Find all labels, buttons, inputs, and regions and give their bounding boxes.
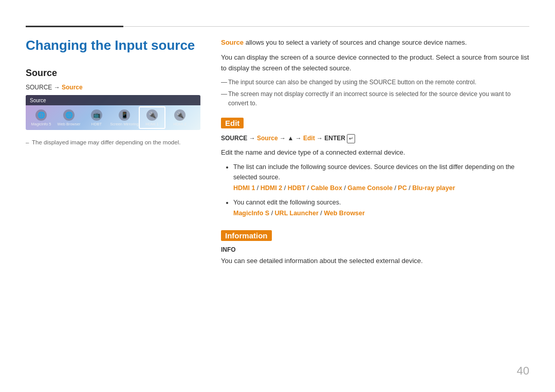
edit-cmd-source: SOURCE [221, 135, 247, 142]
intro-text-2: You can display the screen of a source d… [221, 52, 529, 74]
edit-cmd-arr3: → [295, 135, 303, 142]
hdmi1-icon: 🔌 [146, 109, 158, 121]
link-hdmi2[interactable]: HDMI 2 [261, 184, 282, 192]
intro-source-link[interactable]: Source [221, 39, 244, 46]
sep7: / [271, 210, 275, 217]
edit-bullet-1: The list can include the following sourc… [233, 162, 529, 194]
edit-cmd-up: ▲ [287, 135, 293, 142]
link-cablebox[interactable]: Cable Box [311, 184, 342, 192]
edit-cmd-arr2: → [280, 135, 287, 142]
left-column: Changing the Input source Source SOURCE … [26, 38, 200, 371]
info-cmd: INFO [221, 246, 529, 253]
edit-highlight: Edit [221, 118, 244, 128]
source-icons-row: 🌐 MagicInfo 5 🌐 Web Browser 📺 HDBT 📱 Scr… [26, 105, 200, 130]
rule-dark [26, 26, 123, 27]
link-hdbt[interactable]: HDBT [288, 184, 306, 192]
edit-bullet-list: The list can include the following sourc… [221, 162, 529, 219]
edit-cmd-edit-link[interactable]: Edit [303, 135, 315, 142]
edit-bullet-1-links: HDMI 1 / HDMI 2 / HDBT / Cable Box / Gam… [233, 184, 455, 192]
sep3: / [307, 184, 311, 192]
info-section: Information INFO You can see detailed in… [221, 223, 529, 267]
edit-cmd-source-link[interactable]: Source [257, 135, 278, 142]
src-icon-hdmi2[interactable]: 🔌 HDMI 2 [166, 106, 193, 129]
sep2: / [284, 184, 288, 192]
info-body-text: You can see detailed information about t… [221, 256, 529, 267]
source-screenshot: Source 🌐 MagicInfo 5 🌐 Web Browser 📺 HDB… [26, 95, 200, 130]
src-icon-screen-mirroring[interactable]: 📱 Screen Mirroring [111, 106, 138, 129]
intro1-text: allows you to select a variety of source… [244, 39, 467, 46]
sub-note-2-text: The screen may not display correctly if … [228, 90, 511, 107]
sub-note-1-text: The input source can also be changed by … [228, 79, 476, 86]
link-webbrowser[interactable]: Web Browser [324, 210, 365, 217]
page-title: Changing the Input source [26, 38, 200, 53]
top-rule [26, 26, 529, 27]
info-highlight: Information [221, 230, 272, 241]
content-area: Changing the Input source Source SOURCE … [26, 38, 529, 371]
edit-cmd-path: SOURCE → Source → ▲ → Edit → ENTER ↵ [221, 134, 529, 143]
edit-cmd-arr4: → [317, 135, 324, 142]
intro-text-1: Source allows you to select a variety of… [221, 38, 529, 48]
hdbt-icon: 📺 [91, 109, 102, 121]
edit-bullet-2-text: You cannot edit the following sources. [233, 199, 341, 206]
sub-note-2: The screen may not display correctly if … [221, 89, 529, 108]
edit-cmd-enter: ENTER [324, 135, 345, 142]
src-icon-webbrowser[interactable]: 🌐 Web Browser [55, 106, 82, 129]
page: Changing the Input source Source SOURCE … [0, 0, 555, 392]
link-magicinfos[interactable]: MagicInfo S [233, 210, 269, 217]
source-path-link[interactable]: Source [62, 84, 83, 91]
edit-bullet-2: You cannot edit the following sources. M… [233, 197, 529, 219]
magicinfo-icon: 🌐 [35, 109, 47, 121]
source-path-arrow: → [54, 84, 60, 91]
source-path-prefix: SOURCE [26, 84, 52, 91]
edit-bullet-2-links: MagicInfo S / URL Launcher / Web Browser [233, 210, 365, 217]
edit-body-text: Edit the name and device type of a conne… [221, 147, 529, 158]
src-icon-hdmi1[interactable]: 🔌 HDMI 1 [139, 106, 165, 129]
src-icon-hdbt[interactable]: 📺 HDBT [83, 106, 110, 129]
source-bar-label: Source [30, 98, 46, 103]
source-bar-top: Source [26, 95, 200, 105]
source-note: The displayed image may differ depending… [26, 139, 200, 145]
screen-mirroring-icon: 📱 [119, 109, 130, 121]
sep1: / [257, 184, 261, 192]
edit-cmd-arr1: → [249, 135, 257, 142]
webbrowser-icon: 🌐 [63, 109, 75, 121]
link-urllauncher[interactable]: URL Launcher [275, 210, 319, 217]
enter-icon: ↵ [347, 134, 355, 143]
source-heading: Source [26, 68, 200, 79]
link-bluray[interactable]: Blu-ray player [412, 184, 455, 192]
rule-light [123, 26, 529, 27]
link-hdmi1[interactable]: HDMI 1 [233, 184, 255, 192]
sub-note-1: The input source can also be changed by … [221, 78, 529, 87]
edit-section: Edit SOURCE → Source → ▲ → Edit → ENTER … [221, 110, 529, 219]
link-pc[interactable]: PC [398, 184, 406, 192]
link-gameconsole[interactable]: Game Console [347, 184, 393, 192]
src-icon-magicinfo[interactable]: 🌐 MagicInfo 5 [28, 106, 54, 129]
source-path: SOURCE → Source [26, 84, 200, 91]
right-column: Source allows you to select a variety of… [221, 38, 529, 371]
page-number: 40 [517, 364, 529, 378]
edit-bullet-1-text: The list can include the following sourc… [233, 163, 514, 181]
hdmi2-icon: 🔌 [174, 109, 186, 121]
